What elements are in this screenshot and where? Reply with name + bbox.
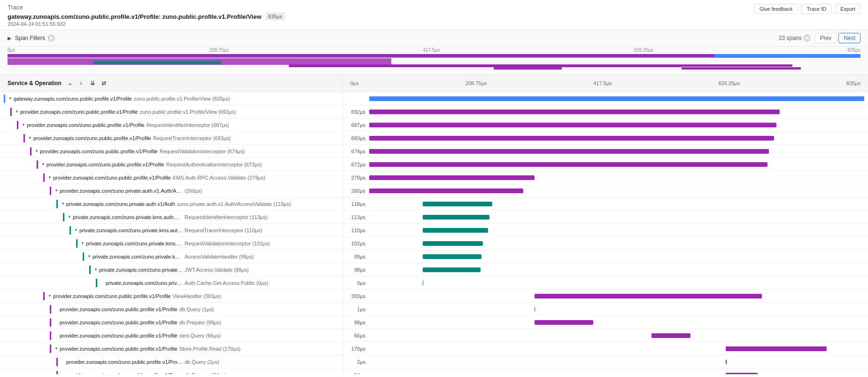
timeline-duration-label: 98μs xyxy=(347,267,365,273)
timeline-row: 170μs xyxy=(343,342,868,355)
span-toggle[interactable]: ▼ xyxy=(53,346,60,352)
timeline-duration-label: 66μs xyxy=(347,333,365,338)
span-row[interactable]: ▼provider.zunoapis.com/zuno.public.profi… xyxy=(0,105,342,118)
timeline-duration-label: 672μs xyxy=(347,162,365,167)
span-toggle[interactable]: ▼ xyxy=(46,293,53,299)
timeline-bar-container xyxy=(369,188,864,194)
span-row[interactable]: private.zunoapis.com/zuno.private.kms.au… xyxy=(0,276,342,290)
span-operation-name: ViewHandler (383μs) xyxy=(173,293,221,299)
span-row[interactable]: ▼private.zunoapis.com/zuno.private.kms.a… xyxy=(0,237,342,250)
next-button[interactable]: Next xyxy=(838,33,860,43)
span-service-name: private.zunoapis.com/zuno.private.auth.v… xyxy=(66,201,175,207)
span-rows-container: ▼gateway.zunoapis.com/zuno.public.profil… xyxy=(0,92,342,374)
span-row[interactable]: ▼provider.zunoapis.com/zuno.public.profi… xyxy=(0,290,342,303)
span-toggle[interactable]: ▼ xyxy=(7,95,14,102)
trace-id-button[interactable]: Trace ID xyxy=(801,4,831,14)
span-color-indicator xyxy=(50,345,51,353)
span-toggle[interactable] xyxy=(60,359,66,365)
span-toggle[interactable] xyxy=(53,306,60,313)
give-feedback-button[interactable]: Give feedback xyxy=(754,4,798,14)
span-toggle[interactable] xyxy=(53,332,60,339)
nav-buttons: Prev Next xyxy=(815,33,860,43)
timeline-bar-container xyxy=(369,241,864,246)
span-row[interactable]: ▼provider.zunoapis.com/zuno.public.profi… xyxy=(0,118,342,132)
span-toggle[interactable]: ▼ xyxy=(93,267,99,273)
span-service-name: provider.zunoapis.com/zuno.public.profil… xyxy=(53,293,171,299)
timeline-duration-label: 99μs xyxy=(347,320,365,325)
span-row[interactable]: ▼private.zunoapis.com/zuno.private.kms.a… xyxy=(0,263,342,276)
span-toggle[interactable] xyxy=(60,372,66,375)
prev-button[interactable]: Prev xyxy=(815,33,837,43)
timeline-bar-container xyxy=(369,149,864,154)
span-toggle[interactable]: ▼ xyxy=(79,240,86,247)
span-row[interactable]: provider.zunoapis.com/zuno.public.profil… xyxy=(0,303,342,316)
trace-title: gateway.zunoapis.com/zuno.public.profile… xyxy=(8,13,285,20)
span-toggle[interactable] xyxy=(99,280,106,286)
span-toggle[interactable]: ▼ xyxy=(27,135,33,141)
span-row[interactable]: ▼private.zunoapis.com/zuno.private.kms.a… xyxy=(0,211,342,224)
span-service-name: provider.zunoapis.com/zuno.public.profil… xyxy=(60,320,178,325)
timeline-duration-label: 99μs xyxy=(347,254,365,259)
span-operation-name: db.Query (1μs) xyxy=(179,306,214,312)
span-row[interactable]: ▼gateway.zunoapis.com/zuno.public.profil… xyxy=(0,92,342,105)
span-service-name: provider.zunoapis.com/zuno.public.profil… xyxy=(27,122,145,128)
span-row[interactable]: ▼provider.zunoapis.com/zuno.public.profi… xyxy=(0,158,342,171)
span-toggle[interactable]: ▼ xyxy=(60,201,66,207)
span-row[interactable]: provider.zunoapis.com/zuno.public.profil… xyxy=(0,369,342,374)
span-row[interactable]: provider.zunoapis.com/zuno.public.profil… xyxy=(0,355,342,369)
span-toggle[interactable]: ▼ xyxy=(33,148,40,155)
span-service-name: private.zunoapis.com/zuno.private.kms.au… xyxy=(99,267,183,273)
collapse-all-button[interactable]: ⌄ xyxy=(65,79,75,88)
span-toggle[interactable]: ▼ xyxy=(46,174,53,181)
span-service-name: private.zunoapis.com/zuno.private.kms.au… xyxy=(79,228,183,233)
span-toggle[interactable]: ▼ xyxy=(53,188,60,194)
span-operation-name: db.Query (2μs) xyxy=(185,359,219,365)
timeline-row: 2μs xyxy=(343,355,868,369)
timeline-duration-label: 110μs xyxy=(347,228,365,233)
span-toggle[interactable]: ▼ xyxy=(73,227,79,234)
timeline-bar xyxy=(369,136,774,141)
timeline-bar-container xyxy=(369,372,864,375)
timeline-bar xyxy=(535,307,535,312)
span-service-name: provider.zunoapis.com/zuno.private.auth.… xyxy=(60,188,183,194)
span-row[interactable]: ▼provider.zunoapis.com/zuno.public.profi… xyxy=(0,132,342,145)
expand-one-button[interactable]: › xyxy=(77,79,86,88)
span-row[interactable]: provider.zunoapis.com/zuno.public.profil… xyxy=(0,329,342,342)
span-toggle[interactable]: ▼ xyxy=(20,122,27,128)
span-row[interactable]: ▼provider.zunoapis.com/zuno.public.profi… xyxy=(0,145,342,158)
span-row[interactable]: ▼private.zunoapis.com/zuno.private.auth.… xyxy=(0,197,342,211)
span-service-name: private.zunoapis.com/zuno.private.kms.au… xyxy=(106,280,183,286)
timeline-bar-container xyxy=(369,267,864,273)
span-operation-name: stmt.Query (66μs) xyxy=(179,333,221,338)
span-toggle[interactable]: ▼ xyxy=(14,109,20,115)
export-button[interactable]: Export xyxy=(835,4,860,14)
span-row[interactable]: ▼provider.zunoapis.com/zuno.private.auth… xyxy=(0,184,342,197)
span-toggle[interactable]: ▼ xyxy=(66,214,73,220)
expand-all-button[interactable]: ⇊ xyxy=(88,79,97,88)
span-row[interactable]: ▼private.zunoapis.com/zuno.private.kms.a… xyxy=(0,250,342,263)
span-row[interactable]: ▼private.zunoapis.com/zuno.private.kms.a… xyxy=(0,224,342,237)
timeline-marker-0: 0μs xyxy=(350,80,359,86)
span-service-name: gateway.zunoapis.com/zuno.public.profile… xyxy=(14,96,132,102)
span-row[interactable]: ▼provider.zunoapis.com/zuno.public.profi… xyxy=(0,342,342,355)
timeline-bar xyxy=(369,123,776,127)
span-row[interactable]: provider.zunoapis.com/zuno.public.profil… xyxy=(0,316,342,329)
span-filters-toggle[interactable]: Span Filters xyxy=(15,35,45,41)
span-count-info-icon[interactable]: ⓘ xyxy=(804,35,810,41)
timeline-bar-container xyxy=(369,293,864,299)
span-toggle[interactable]: ▼ xyxy=(86,253,93,260)
span-toggle[interactable] xyxy=(53,319,60,326)
span-service-name: provider.zunoapis.com/zuno.public.profil… xyxy=(60,333,178,338)
span-color-indicator xyxy=(76,239,78,248)
span-color-indicator xyxy=(4,94,5,103)
span-row[interactable]: ▼provider.zunoapis.com/zuno.public.profi… xyxy=(0,171,342,184)
trace-title-text: gateway.zunoapis.com/zuno.public.profile… xyxy=(8,13,262,20)
span-filters-info-icon[interactable]: ⓘ xyxy=(48,35,54,41)
span-toggle[interactable]: ▼ xyxy=(40,161,46,168)
timeline-bar-container xyxy=(369,122,864,128)
mini-timeline-label-2: 417.5μs xyxy=(423,47,440,53)
sort-button[interactable]: ⇄ xyxy=(99,79,108,88)
span-color-indicator xyxy=(56,200,58,208)
timeline-bar xyxy=(535,320,593,325)
span-operation-name: KMS.Auth.RPC.Access.Validate (279μs) xyxy=(173,175,265,181)
